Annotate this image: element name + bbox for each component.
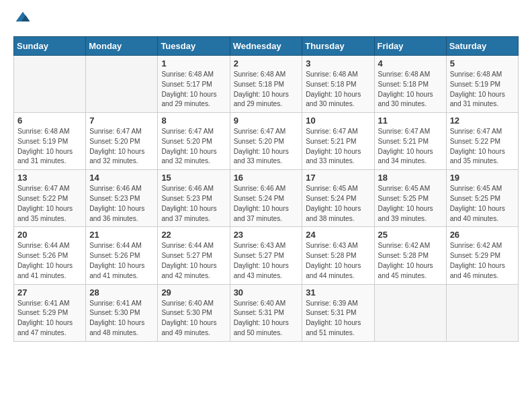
calendar-body: 1Sunrise: 6:48 AM Sunset: 5:17 PM Daylig… bbox=[14, 56, 519, 342]
day-number: 2 bbox=[234, 58, 299, 68]
calendar-cell: 2Sunrise: 6:48 AM Sunset: 5:18 PM Daylig… bbox=[230, 56, 302, 113]
day-number: 26 bbox=[450, 230, 515, 240]
day-number: 24 bbox=[306, 230, 370, 240]
calendar-cell: 13Sunrise: 6:47 AM Sunset: 5:22 PM Dayli… bbox=[14, 170, 86, 227]
day-info: Sunrise: 6:48 AM Sunset: 5:19 PM Dayligh… bbox=[450, 70, 515, 109]
calendar-cell: 27Sunrise: 6:41 AM Sunset: 5:29 PM Dayli… bbox=[14, 284, 86, 341]
day-number: 12 bbox=[450, 116, 515, 126]
day-info: Sunrise: 6:45 AM Sunset: 5:25 PM Dayligh… bbox=[450, 184, 515, 224]
day-info: Sunrise: 6:46 AM Sunset: 5:23 PM Dayligh… bbox=[89, 184, 154, 224]
day-number: 10 bbox=[306, 116, 370, 126]
week-row-1: 1Sunrise: 6:48 AM Sunset: 5:17 PM Daylig… bbox=[14, 56, 519, 113]
calendar-cell: 11Sunrise: 6:47 AM Sunset: 5:21 PM Dayli… bbox=[374, 113, 446, 170]
week-row-5: 27Sunrise: 6:41 AM Sunset: 5:29 PM Dayli… bbox=[14, 284, 519, 341]
day-info: Sunrise: 6:45 AM Sunset: 5:25 PM Dayligh… bbox=[378, 184, 443, 224]
calendar-cell: 8Sunrise: 6:47 AM Sunset: 5:20 PM Daylig… bbox=[158, 113, 230, 170]
weekday-header-row: SundayMondayTuesdayWednesdayThursdayFrid… bbox=[14, 37, 519, 56]
calendar-cell: 30Sunrise: 6:40 AM Sunset: 5:31 PM Dayli… bbox=[230, 284, 302, 341]
calendar-cell bbox=[86, 56, 158, 113]
calendar-cell: 16Sunrise: 6:46 AM Sunset: 5:24 PM Dayli… bbox=[230, 170, 302, 227]
day-number: 5 bbox=[450, 58, 515, 68]
calendar-cell: 1Sunrise: 6:48 AM Sunset: 5:17 PM Daylig… bbox=[158, 56, 230, 113]
calendar-cell: 29Sunrise: 6:40 AM Sunset: 5:30 PM Dayli… bbox=[158, 284, 230, 341]
calendar-cell: 24Sunrise: 6:43 AM Sunset: 5:28 PM Dayli… bbox=[302, 227, 374, 284]
day-number: 30 bbox=[234, 287, 299, 298]
day-number: 7 bbox=[89, 116, 154, 126]
day-info: Sunrise: 6:48 AM Sunset: 5:18 PM Dayligh… bbox=[306, 70, 370, 109]
calendar-cell: 12Sunrise: 6:47 AM Sunset: 5:22 PM Dayli… bbox=[446, 113, 518, 170]
weekday-header-friday: Friday bbox=[374, 37, 446, 56]
weekday-header-tuesday: Tuesday bbox=[158, 37, 230, 56]
day-info: Sunrise: 6:47 AM Sunset: 5:20 PM Dayligh… bbox=[89, 127, 154, 167]
header bbox=[13, 11, 519, 30]
weekday-header-monday: Monday bbox=[86, 37, 158, 56]
day-number: 22 bbox=[161, 230, 226, 240]
day-number: 25 bbox=[378, 230, 443, 240]
day-info: Sunrise: 6:44 AM Sunset: 5:27 PM Dayligh… bbox=[161, 241, 226, 281]
day-info: Sunrise: 6:40 AM Sunset: 5:30 PM Dayligh… bbox=[161, 299, 226, 338]
calendar-cell: 17Sunrise: 6:45 AM Sunset: 5:24 PM Dayli… bbox=[302, 170, 374, 227]
day-info: Sunrise: 6:48 AM Sunset: 5:17 PM Dayligh… bbox=[161, 70, 226, 109]
calendar-cell: 22Sunrise: 6:44 AM Sunset: 5:27 PM Dayli… bbox=[158, 227, 230, 284]
day-info: Sunrise: 6:39 AM Sunset: 5:31 PM Dayligh… bbox=[306, 299, 370, 338]
calendar-cell: 9Sunrise: 6:47 AM Sunset: 5:20 PM Daylig… bbox=[230, 113, 302, 170]
weekday-header-thursday: Thursday bbox=[302, 37, 374, 56]
calendar-cell: 4Sunrise: 6:48 AM Sunset: 5:18 PM Daylig… bbox=[374, 56, 446, 113]
day-number: 18 bbox=[378, 173, 443, 183]
weekday-header-saturday: Saturday bbox=[446, 37, 518, 56]
calendar-cell: 19Sunrise: 6:45 AM Sunset: 5:25 PM Dayli… bbox=[446, 170, 518, 227]
day-number: 9 bbox=[234, 116, 299, 126]
logo-icon bbox=[15, 11, 31, 27]
day-info: Sunrise: 6:47 AM Sunset: 5:21 PM Dayligh… bbox=[378, 127, 443, 167]
calendar-cell: 10Sunrise: 6:47 AM Sunset: 5:21 PM Dayli… bbox=[302, 113, 374, 170]
day-number: 13 bbox=[17, 173, 82, 183]
day-number: 8 bbox=[161, 116, 226, 126]
week-row-2: 6Sunrise: 6:48 AM Sunset: 5:19 PM Daylig… bbox=[14, 113, 519, 170]
calendar-cell: 15Sunrise: 6:46 AM Sunset: 5:23 PM Dayli… bbox=[158, 170, 230, 227]
calendar-cell: 25Sunrise: 6:42 AM Sunset: 5:28 PM Dayli… bbox=[374, 227, 446, 284]
day-info: Sunrise: 6:47 AM Sunset: 5:20 PM Dayligh… bbox=[234, 127, 299, 167]
weekday-header-wednesday: Wednesday bbox=[230, 37, 302, 56]
day-info: Sunrise: 6:40 AM Sunset: 5:31 PM Dayligh… bbox=[234, 299, 299, 338]
day-info: Sunrise: 6:46 AM Sunset: 5:24 PM Dayligh… bbox=[234, 184, 299, 224]
day-info: Sunrise: 6:48 AM Sunset: 5:19 PM Dayligh… bbox=[17, 127, 82, 167]
day-number: 3 bbox=[306, 58, 370, 68]
day-info: Sunrise: 6:45 AM Sunset: 5:24 PM Dayligh… bbox=[306, 184, 370, 224]
day-info: Sunrise: 6:43 AM Sunset: 5:28 PM Dayligh… bbox=[306, 241, 370, 281]
day-number: 20 bbox=[17, 230, 82, 240]
day-info: Sunrise: 6:48 AM Sunset: 5:18 PM Dayligh… bbox=[378, 70, 443, 109]
day-number: 17 bbox=[306, 173, 370, 183]
calendar-cell: 7Sunrise: 6:47 AM Sunset: 5:20 PM Daylig… bbox=[86, 113, 158, 170]
day-info: Sunrise: 6:48 AM Sunset: 5:18 PM Dayligh… bbox=[234, 70, 299, 109]
week-row-4: 20Sunrise: 6:44 AM Sunset: 5:26 PM Dayli… bbox=[14, 227, 519, 284]
calendar-cell: 28Sunrise: 6:41 AM Sunset: 5:30 PM Dayli… bbox=[86, 284, 158, 341]
day-number: 15 bbox=[161, 173, 226, 183]
day-info: Sunrise: 6:44 AM Sunset: 5:26 PM Dayligh… bbox=[89, 241, 154, 281]
day-number: 28 bbox=[89, 287, 154, 298]
day-number: 4 bbox=[378, 58, 443, 68]
calendar-cell bbox=[446, 284, 518, 341]
day-number: 29 bbox=[161, 287, 226, 298]
calendar-cell: 18Sunrise: 6:45 AM Sunset: 5:25 PM Dayli… bbox=[374, 170, 446, 227]
day-number: 6 bbox=[17, 116, 82, 126]
day-info: Sunrise: 6:41 AM Sunset: 5:30 PM Dayligh… bbox=[89, 299, 154, 338]
calendar-cell: 31Sunrise: 6:39 AM Sunset: 5:31 PM Dayli… bbox=[302, 284, 374, 341]
calendar-cell: 5Sunrise: 6:48 AM Sunset: 5:19 PM Daylig… bbox=[446, 56, 518, 113]
day-info: Sunrise: 6:47 AM Sunset: 5:22 PM Dayligh… bbox=[450, 127, 515, 167]
calendar-cell: 3Sunrise: 6:48 AM Sunset: 5:18 PM Daylig… bbox=[302, 56, 374, 113]
day-info: Sunrise: 6:47 AM Sunset: 5:21 PM Dayligh… bbox=[306, 127, 370, 167]
day-number: 31 bbox=[306, 287, 370, 298]
calendar-cell: 26Sunrise: 6:42 AM Sunset: 5:29 PM Dayli… bbox=[446, 227, 518, 284]
day-info: Sunrise: 6:44 AM Sunset: 5:26 PM Dayligh… bbox=[17, 241, 82, 281]
day-number: 11 bbox=[378, 116, 443, 126]
calendar-cell: 21Sunrise: 6:44 AM Sunset: 5:26 PM Dayli… bbox=[86, 227, 158, 284]
day-number: 21 bbox=[89, 230, 154, 240]
day-info: Sunrise: 6:47 AM Sunset: 5:22 PM Dayligh… bbox=[17, 184, 82, 224]
calendar-cell: 14Sunrise: 6:46 AM Sunset: 5:23 PM Dayli… bbox=[86, 170, 158, 227]
logo bbox=[13, 11, 31, 30]
day-info: Sunrise: 6:42 AM Sunset: 5:28 PM Dayligh… bbox=[378, 241, 443, 281]
calendar-cell bbox=[374, 284, 446, 341]
day-number: 27 bbox=[17, 287, 82, 298]
day-number: 1 bbox=[161, 58, 226, 68]
page: SundayMondayTuesdayWednesdayThursdayFrid… bbox=[0, 0, 532, 353]
